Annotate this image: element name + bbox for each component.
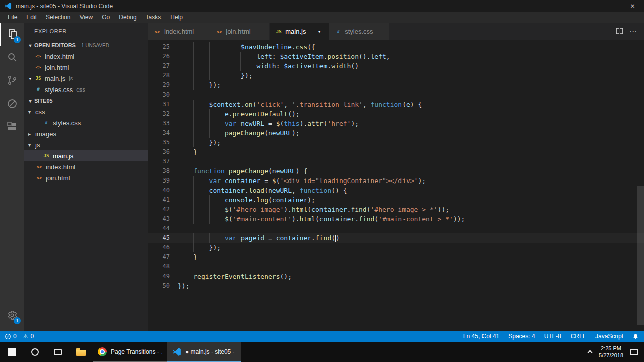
code-line-26[interactable]: 26left: $activeItem.position().left, xyxy=(148,52,644,61)
status-encoding[interactable]: UTF-8 xyxy=(544,333,561,340)
code-line-41[interactable]: 41console.log(container); xyxy=(148,195,644,205)
line-content: var container = $('<div id="loadingConta… xyxy=(170,176,426,186)
folder-section-header[interactable]: ▾ SITE05 xyxy=(24,95,148,106)
html-file-icon: <> xyxy=(153,29,162,34)
line-content: }); xyxy=(170,71,253,80)
code-line-40[interactable]: 40container.load(newURL, function() { xyxy=(148,186,644,195)
tree-folder-js[interactable]: ▾js xyxy=(24,139,148,150)
code-line-46[interactable]: 46}); xyxy=(148,243,644,252)
code-line-48[interactable]: 48 xyxy=(148,262,644,272)
code-line-39[interactable]: 39var container = $('<div id="loadingCon… xyxy=(148,176,644,186)
explorer-icon[interactable]: 1 xyxy=(0,23,24,46)
code-line-31[interactable]: 31$context.on('click', '.transition-link… xyxy=(148,100,644,109)
menu-item-selection[interactable]: Selection xyxy=(41,12,75,23)
scrollbar-thumb[interactable] xyxy=(637,186,644,325)
split-editor-icon[interactable] xyxy=(616,27,623,36)
line-content: $context.on('click', '.transition-link',… xyxy=(170,100,422,109)
line-number: 25 xyxy=(148,42,170,52)
tree-file-join.html[interactable]: <>join.html xyxy=(24,172,148,184)
action-center-icon[interactable] xyxy=(630,349,638,355)
notifications-bell-icon[interactable] xyxy=(632,333,639,340)
tree-file-styles.css[interactable]: #styles.css xyxy=(24,117,148,128)
open-editors-header[interactable]: ▾ OPEN EDITORS 1 UNSAVED xyxy=(24,40,148,51)
editor-scrollbar[interactable] xyxy=(637,40,644,331)
code-line-33[interactable]: 33var newURL = $(this).attr('href'); xyxy=(148,119,644,128)
menu-item-help[interactable]: Help xyxy=(166,12,187,23)
line-number: 29 xyxy=(148,80,170,90)
line-content: pageChange(newURL); xyxy=(170,128,300,138)
open-editor-join.html[interactable]: <>join.html xyxy=(24,62,148,73)
menu-item-debug[interactable]: Debug xyxy=(114,12,141,23)
code-line-25[interactable]: 25$navUnderline.css({ xyxy=(148,42,644,52)
problems-status[interactable]: 0 ⚠ 0 xyxy=(5,333,34,340)
code-line-32[interactable]: 32e.preventDefault(); xyxy=(148,109,644,119)
file-name: css xyxy=(35,108,45,116)
status-bar: 0 ⚠ 0 Ln 45, Col 41 Spaces: 4 UTF-8 CRLF… xyxy=(0,331,644,342)
code-line-37[interactable]: 37 xyxy=(148,157,644,166)
taskbar-clock[interactable]: 2:25 PM 5/27/2018 xyxy=(599,345,623,359)
code-line-47[interactable]: 47} xyxy=(148,252,644,262)
more-actions-icon[interactable]: ⋯ xyxy=(629,27,637,36)
code-line-30[interactable]: 30 xyxy=(148,90,644,100)
tab-main.js[interactable]: JSmain.js● xyxy=(270,23,329,40)
tab-index.html[interactable]: <>index.html xyxy=(148,23,210,40)
open-editor-index.html[interactable]: <>index.html xyxy=(24,51,148,62)
file-tree: ▾css#styles.css▸images▾jsJSmain.js<>inde… xyxy=(24,106,148,184)
status-eol[interactable]: CRLF xyxy=(571,333,586,340)
code-line-27[interactable]: 27width: $activeItem.width() xyxy=(148,61,644,71)
extensions-icon[interactable] xyxy=(0,115,24,138)
settings-gear-icon[interactable]: 1 xyxy=(0,304,24,327)
menu-item-go[interactable]: Go xyxy=(97,12,114,23)
code-line-42[interactable]: 42$('#hero-image').html(container.find('… xyxy=(148,205,644,214)
tree-folder-css[interactable]: ▾css xyxy=(24,106,148,117)
line-content: }); xyxy=(170,281,189,291)
code-line-34[interactable]: 34pageChange(newURL); xyxy=(148,128,644,138)
code-line-28[interactable]: 28}); xyxy=(148,71,644,80)
status-indentation[interactable]: Spaces: 4 xyxy=(508,333,535,340)
minimize-button[interactable] xyxy=(576,0,599,12)
status-language[interactable]: JavaScript xyxy=(595,333,623,340)
tray-chevron-up-icon[interactable] xyxy=(588,350,593,355)
taskbar-app-browser[interactable]: Page Transitions - ... xyxy=(93,342,167,362)
code-editor[interactable]: 25$navUnderline.css({26left: $activeItem… xyxy=(148,40,644,331)
code-line-36[interactable]: 36} xyxy=(148,147,644,157)
menu-item-edit[interactable]: Edit xyxy=(22,12,41,23)
menu-item-tasks[interactable]: Tasks xyxy=(141,12,166,23)
minimap[interactable]: $navUnderline.css({left: $activeItem.pos… xyxy=(582,40,637,85)
open-editors-label: OPEN EDITORS xyxy=(34,42,76,48)
search-icon[interactable] xyxy=(0,46,24,69)
code-line-44[interactable]: 44 xyxy=(148,224,644,233)
code-line-43[interactable]: 43$('#main-content').html(container.find… xyxy=(148,214,644,224)
code-line-49[interactable]: 49registerEventListeners(); xyxy=(148,272,644,281)
file-explorer-button[interactable] xyxy=(69,342,93,362)
source-control-icon[interactable] xyxy=(0,69,24,92)
code-line-29[interactable]: 29}); xyxy=(148,80,644,90)
open-editor-styles.css[interactable]: #styles.csscss xyxy=(24,84,148,95)
code-line-35[interactable]: 35}); xyxy=(148,138,644,147)
menu-item-file[interactable]: File xyxy=(3,12,22,23)
tree-file-index.html[interactable]: <>index.html xyxy=(24,161,148,172)
task-view-button[interactable] xyxy=(46,342,69,362)
taskbar-app-vscode[interactable]: ● main.js - site05 - ... xyxy=(167,342,242,362)
tab-styles.css[interactable]: #styles.css xyxy=(329,23,389,40)
code-line-38[interactable]: 38function pageChange(newURL) { xyxy=(148,166,644,176)
status-line-col[interactable]: Ln 45, Col 41 xyxy=(463,333,499,340)
code-line-50[interactable]: 50}); xyxy=(148,281,644,291)
cortana-search-button[interactable] xyxy=(23,342,46,362)
close-button[interactable]: ✕ xyxy=(621,0,644,12)
vscode-window: main.js - site05 - Visual Studio Code ✕ … xyxy=(0,0,644,362)
line-number: 31 xyxy=(148,100,170,109)
start-button[interactable] xyxy=(0,342,23,362)
line-content: e.preventDefault(); xyxy=(170,109,300,119)
tab-join.html[interactable]: <>join.html xyxy=(210,23,270,40)
code-line-45[interactable]: 45var pageid = container.find() xyxy=(148,233,644,243)
open-editor-main.js[interactable]: ●JSmain.jsjs xyxy=(24,73,148,84)
line-number: 37 xyxy=(148,157,170,166)
maximize-button[interactable] xyxy=(599,0,621,12)
menu-item-view[interactable]: View xyxy=(75,12,97,23)
tree-file-main.js[interactable]: JSmain.js xyxy=(24,150,148,161)
line-number: 41 xyxy=(148,195,170,205)
file-name: join.html xyxy=(46,174,70,182)
debug-icon[interactable] xyxy=(0,92,24,115)
tree-folder-images[interactable]: ▸images xyxy=(24,128,148,139)
